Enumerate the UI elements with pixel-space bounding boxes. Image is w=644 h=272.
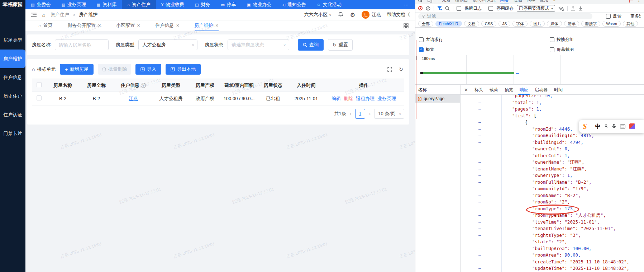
prev-page-button[interactable]: ‹ [350,111,352,117]
fold-marker[interactable]: – [461,166,492,173]
add-house-button[interactable]: + 新增房屋 [60,64,94,75]
export-button[interactable]: 导出本地 [166,64,201,75]
search-button[interactable]: 查询 [298,39,324,51]
page-number-button[interactable]: 1 [355,109,365,119]
house-name-input[interactable] [55,39,109,50]
page-tab[interactable]: ⌂ 住户信息 [155,20,179,31]
invert-filter-checkbox[interactable] [606,14,611,19]
top-nav-item[interactable]: ▧ 业务受理 [56,0,91,9]
refresh-icon[interactable]: ↻ [398,66,404,72]
screenshots-checkbox[interactable] [550,47,554,52]
page-tab[interactable]: ⌂ 小区配置 [116,20,140,31]
response-tab[interactable]: 载荷 [490,85,498,95]
filter-funnel-icon[interactable] [437,6,442,10]
sidebar-item[interactable]: 住户信息 [0,68,25,87]
community-select[interactable]: 六六六小区 ∨ [304,11,331,18]
devtools-tab[interactable]: 网络 [500,0,509,4]
fold-marker[interactable]: – [461,146,492,153]
fold-marker[interactable]: – [461,252,492,259]
devtools-tab[interactable]: 应用 [540,0,548,4]
devtools-tab[interactable]: 源代码/来源 [473,0,495,4]
fold-marker[interactable]: – [461,265,492,272]
search-icon[interactable] [445,6,450,11]
request-type-chip[interactable]: JS [498,21,510,27]
devtools-tab[interactable]: 性能 [513,0,522,4]
devtools-tab[interactable]: 元素 [442,0,450,4]
response-tab[interactable]: 时间 [554,85,563,95]
ime-extra-icon[interactable] [629,123,635,129]
import-har-icon[interactable] [571,6,575,11]
more-tabs-icon[interactable]: » [553,0,555,4]
sidebar-item[interactable]: 历史住户 [0,87,25,105]
keyboard-icon[interactable] [620,125,625,128]
page-size-select[interactable]: 10 条/页 ∨ [374,109,404,119]
fold-marker[interactable]: – [461,225,492,232]
more-filters-button[interactable]: 更多过滤 [630,13,641,19]
row-action-link[interactable]: 业务受理 [377,95,396,102]
top-nav-item[interactable]: ¥ 物业收费 [156,0,190,9]
fold-marker[interactable]: – [461,119,492,126]
response-tab[interactable]: 响应 [520,85,528,95]
top-nav-item[interactable]: ◫ 财务 [190,0,215,9]
export-har-icon[interactable] [578,6,583,11]
fold-marker[interactable]: – [461,172,492,179]
preserve-log-checkbox[interactable] [457,6,461,11]
fold-marker[interactable]: – [461,259,492,266]
devtools-tab[interactable]: 内存 [526,0,535,4]
request-type-chip[interactable]: 字体 [512,21,528,27]
fold-marker[interactable]: – [461,179,492,186]
home-icon[interactable]: ⌂ [40,11,47,18]
fold-marker[interactable]: – [461,153,492,159]
kebab-menu-icon[interactable]: ⋮ [637,0,641,3]
record-network-icon[interactable] [418,6,423,10]
fold-marker[interactable]: – [461,95,492,99]
collapse-sidebar-icon[interactable] [30,11,37,18]
fold-marker[interactable]: – [461,113,492,119]
next-page-button[interactable]: › [369,111,371,117]
help-doc-link[interactable]: 帮助文档《 [387,11,410,18]
filter-input[interactable]: 过滤 [418,13,592,19]
fullscreen-icon[interactable] [386,66,393,72]
page-tab[interactable]: ⌂ 房产维护 [195,20,219,31]
response-tab[interactable]: 启动器 [535,85,548,95]
row-action-link[interactable]: 编辑 [331,95,341,102]
top-nav-item[interactable]: ▭ 停车 [215,0,241,9]
request-type-chip[interactable]: CSS [481,21,497,27]
close-icon[interactable]: ✕ [464,87,468,93]
clear-network-icon[interactable] [426,6,430,11]
help-circle-icon[interactable] [141,83,146,88]
requests-name-header[interactable]: 名称 [415,85,460,95]
issues-flag-icon[interactable] [629,0,633,3]
import-button[interactable]: 导入 [135,64,161,75]
request-type-chip[interactable]: 全部 [418,21,433,27]
row-checkbox[interactable] [37,95,42,100]
sidebar-item[interactable]: 门禁卡片 [0,124,25,143]
fold-marker[interactable]: – [461,245,492,252]
batch-delete-button[interactable]: 批量删除 [98,64,131,75]
fold-marker[interactable]: – [461,192,492,199]
network-conditions-icon[interactable] [558,6,564,11]
building-unit-button[interactable]: ⌂ 楼栋单元 [32,66,56,72]
fold-marker[interactable]: – [461,232,492,239]
fold-marker[interactable]: – [461,126,492,133]
throttling-select[interactable]: 已停用节流模式 ▾ [517,5,555,12]
select-all-checkbox[interactable] [37,82,42,87]
fold-marker[interactable]: – [461,186,492,192]
request-type-chip[interactable]: 图片 [530,21,545,27]
user-menu[interactable]: 江 江燕 [362,11,381,19]
row-action-link[interactable]: 删除 [344,95,353,102]
close-icon[interactable] [98,23,101,28]
top-nav-item[interactable]: ⌂ 资产住户 [122,0,156,9]
ime-logo[interactable]: S [583,122,587,131]
fold-marker[interactable]: – [461,99,492,106]
house-type-select[interactable]: 人才公租房 ∨ [138,39,197,50]
fold-marker[interactable]: – [461,239,492,245]
devtools-tab[interactable]: 控制台 [455,0,468,4]
group-by-frame-checkbox[interactable] [550,37,554,42]
network-overview-timeline[interactable]: 20 ms 40 ms 60 ms 80 ms 100 ms [415,55,644,85]
sidebar-item[interactable]: 住户认证 [0,105,25,124]
page-tab[interactable]: ⌂ 财务公开配置 [68,20,101,31]
top-nav-item[interactable]: ▤ 业委会 [25,0,56,9]
request-type-chip[interactable]: 其他 [623,21,638,27]
notification-bell-icon[interactable] [337,11,344,18]
